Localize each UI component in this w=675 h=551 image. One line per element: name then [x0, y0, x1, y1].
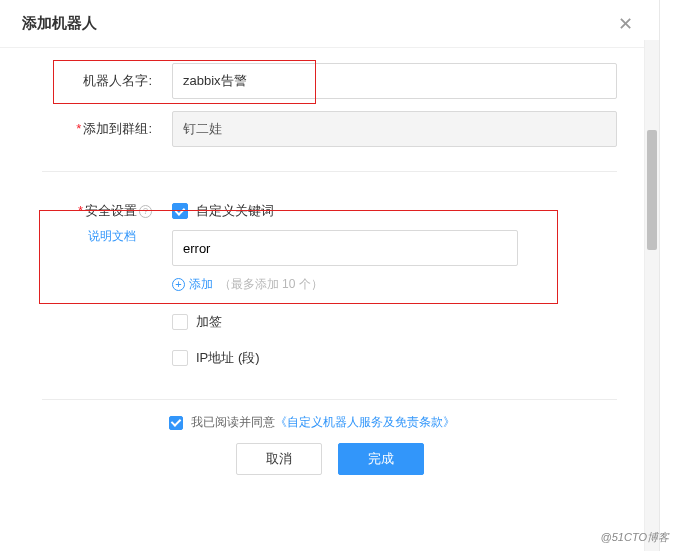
ok-button[interactable]: 完成 [338, 443, 424, 475]
add-keyword-hint: （最多添加 10 个） [219, 277, 323, 291]
plus-icon: + [172, 278, 185, 291]
divider-2 [42, 399, 617, 400]
add-robot-dialog: 添加机器人 ✕ 机器人名字: *添加到群组: 钉二娃 *安全设置? 说明文档 [0, 0, 660, 551]
dialog-body: 机器人名字: *添加到群组: 钉二娃 *安全设置? 说明文档 自定义关键词 [0, 48, 659, 493]
security-body: 自定义关键词 +添加 （最多添加 10 个） 加签 IP地址 (段) [172, 202, 617, 371]
row-custom-keyword: 自定义关键词 [172, 202, 617, 220]
row-add-to-group: *添加到群组: 钉二娃 [42, 111, 617, 147]
row-ip: IP地址 (段) [172, 349, 617, 367]
keyword-input[interactable] [172, 230, 518, 266]
row-robot-name: 机器人名字: [42, 63, 617, 99]
row-sign: 加签 [172, 313, 617, 331]
security-doc-link[interactable]: 说明文档 [42, 228, 152, 245]
agree-prefix: 我已阅读并同意 [191, 414, 275, 431]
dialog-footer: 取消 完成 [42, 443, 617, 493]
label-robot-name: 机器人名字: [42, 72, 172, 90]
label-add-to-group-text: 添加到群组: [83, 121, 152, 136]
scrollbar[interactable] [644, 40, 659, 551]
checkbox-ip[interactable] [172, 350, 188, 366]
close-icon[interactable]: ✕ [614, 11, 637, 37]
help-icon[interactable]: ? [139, 205, 152, 218]
dialog-title: 添加机器人 [22, 14, 97, 33]
row-agree: 我已阅读并同意 《自定义机器人服务及免责条款》 [42, 414, 617, 431]
label-security: *安全设置? [42, 202, 152, 220]
checkbox-custom-keyword[interactable] [172, 203, 188, 219]
row-add-keyword: +添加 （最多添加 10 个） [172, 276, 617, 293]
group-input[interactable]: 钉二娃 [172, 111, 617, 147]
watermark: @51CTO博客 [601, 530, 669, 545]
divider-1 [42, 171, 617, 172]
checkbox-sign[interactable] [172, 314, 188, 330]
section-security: *安全设置? 说明文档 自定义关键词 +添加 （最多添加 10 个） 加签 [42, 202, 617, 371]
terms-link[interactable]: 《自定义机器人服务及免责条款》 [275, 414, 455, 431]
cancel-button[interactable]: 取消 [236, 443, 322, 475]
label-custom-keyword: 自定义关键词 [196, 202, 274, 220]
checkbox-agree[interactable] [169, 416, 183, 430]
label-ip: IP地址 (段) [196, 349, 260, 367]
label-sign: 加签 [196, 313, 222, 331]
label-security-text: 安全设置 [85, 203, 137, 218]
security-labels: *安全设置? 说明文档 [42, 202, 172, 245]
label-add-to-group: *添加到群组: [42, 120, 172, 138]
dialog-header: 添加机器人 ✕ [0, 0, 659, 48]
add-keyword-label: 添加 [189, 276, 213, 293]
robot-name-input[interactable] [172, 63, 617, 99]
add-keyword-button[interactable]: +添加 [172, 276, 213, 293]
scrollbar-thumb[interactable] [647, 130, 657, 250]
